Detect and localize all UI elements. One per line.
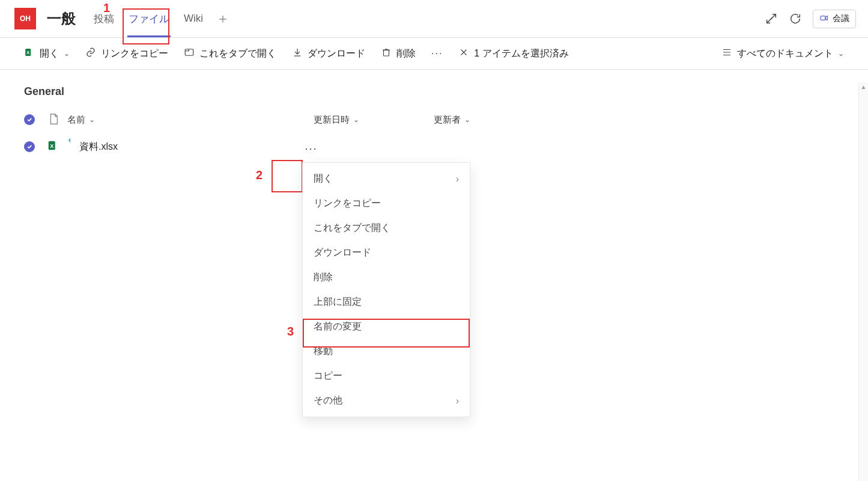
row-selected-checkbox[interactable] [24,141,35,152]
delete-label: 削除 [396,47,416,60]
sync-icon [67,137,77,149]
tab-files[interactable]: ファイル [121,0,177,37]
close-icon [458,47,469,60]
open-in-tab-label: これをタブで開く [199,47,276,60]
column-headers: 名前 ⌄ 更新日時 ⌄ 更新者 ⌄ [24,106,868,133]
more-toolbar-button[interactable]: ··· [431,48,443,59]
tab-wiki[interactable]: Wiki [177,0,210,37]
header-actions: 会議 [765,10,856,28]
popout-icon[interactable] [765,12,778,25]
column-name-label: 名前 [67,114,85,126]
column-name[interactable]: 名前 ⌄ [67,114,314,126]
copy-link-label: リンクをコピー [101,47,168,60]
open-in-tab-button[interactable]: これをタブで開く [184,47,276,60]
tab-label: Wiki [184,13,203,25]
column-modified[interactable]: 更新日時 ⌄ [314,114,434,126]
svg-rect-0 [821,16,825,20]
tab-label: ファイル [129,12,169,26]
clear-selection-button[interactable]: 1 アイテムを選択済み [458,47,568,60]
open-button[interactable]: X 開く ⌄ [24,47,70,60]
download-label: ダウンロード [308,47,365,60]
delete-button[interactable]: 削除 [381,47,416,60]
link-icon [85,47,96,60]
svg-rect-4 [384,50,389,56]
channel-title: 一般 [47,9,76,28]
trash-icon [381,47,392,60]
svg-text:X: X [26,50,29,55]
channel-header: OH 一般 投稿 ファイル Wiki ＋ 会議 [0,0,868,37]
view-switcher[interactable]: すべてのドキュメント ⌄ [721,47,844,60]
group-header: General [24,70,868,106]
refresh-icon[interactable] [789,12,802,25]
plus-icon: ＋ [216,10,229,28]
view-label: すべてのドキュメント [737,47,833,60]
meet-label: 会議 [833,13,849,24]
add-tab-button[interactable]: ＋ [210,0,235,37]
file-row[interactable]: X 資料.xlsx ··· [24,133,868,161]
tab-icon [184,47,195,60]
file-list-area: General 名前 ⌄ 更新日時 ⌄ 更新者 ⌄ [0,70,868,161]
download-icon [292,47,303,60]
meet-button[interactable]: 会議 [813,10,856,28]
chevron-down-icon: ⌄ [89,115,95,124]
column-modified-by-label: 更新者 [434,114,461,126]
list-icon [721,47,732,60]
scrollbar[interactable]: ▲ [858,82,868,161]
ellipsis-icon: ··· [305,142,317,155]
select-all-checkbox[interactable] [24,114,35,125]
svg-rect-3 [185,49,193,56]
tab-bar: 投稿 ファイル Wiki ＋ [86,0,235,37]
copy-link-button[interactable]: リンクをコピー [85,47,168,60]
column-modified-label: 更新日時 [314,114,350,126]
download-button[interactable]: ダウンロード [292,47,365,60]
open-label: 開く [40,47,59,60]
column-modified-by[interactable]: 更新者 ⌄ [434,114,470,126]
selection-label: 1 アイテムを選択済み [474,47,568,60]
tab-label: 投稿 [94,12,114,26]
camera-icon [819,13,829,25]
chevron-down-icon: ⌄ [64,49,70,58]
team-avatar: OH [14,8,36,29]
chevron-down-icon: ⌄ [353,115,359,124]
excel-icon: X [24,47,35,60]
scroll-up-icon: ▲ [859,84,868,90]
file-name: 資料.xlsx [79,141,118,153]
chevron-down-icon: ⌄ [464,115,470,124]
svg-text:X: X [50,143,54,149]
row-more-button[interactable]: ··· [296,133,327,161]
file-type-icon [47,112,60,127]
file-toolbar: X 開く ⌄ リンクをコピー これをタブで開く ダウンロード 削除 ··· 1 … [0,37,868,70]
ellipsis-icon: ··· [431,48,443,59]
avatar-initials: OH [20,14,31,23]
tab-posts[interactable]: 投稿 [86,0,121,37]
excel-file-icon: X [47,139,60,155]
chevron-down-icon: ⌄ [838,49,844,58]
